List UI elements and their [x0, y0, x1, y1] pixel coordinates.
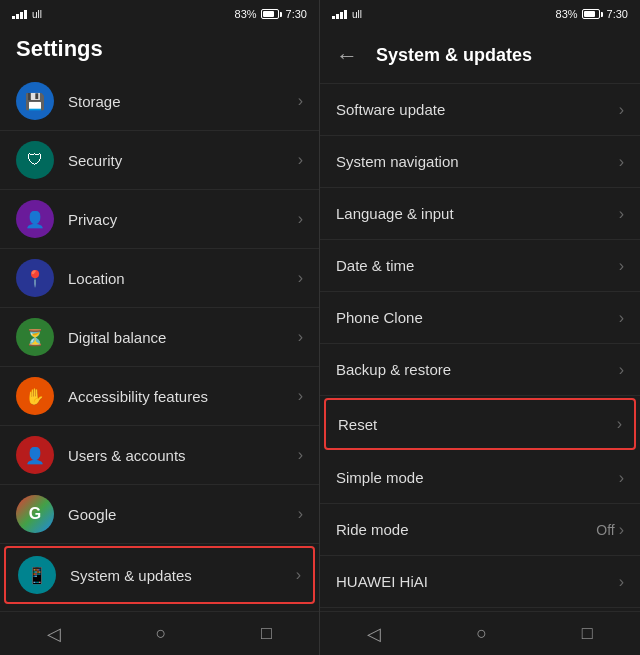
- settings-title: Settings: [0, 28, 319, 72]
- software-update-label: Software update: [336, 101, 619, 118]
- menu-item-location[interactable]: 📍 Location ›: [0, 249, 319, 308]
- settings-date-time[interactable]: Date & time ›: [320, 240, 640, 292]
- location-label: Location: [68, 270, 298, 287]
- accessibility-arrow: ›: [298, 387, 303, 405]
- storage-label: Storage: [68, 93, 298, 110]
- right-back-button[interactable]: ←: [328, 39, 366, 73]
- left-battery-icon: [261, 9, 282, 19]
- right-time: 7:30: [607, 8, 628, 20]
- right-status-right: 83% 7:30: [556, 8, 628, 20]
- system-updates-label: System & updates: [70, 567, 296, 584]
- left-status-bar: ull 83% 7:30: [0, 0, 319, 28]
- settings-simple-mode[interactable]: Simple mode ›: [320, 452, 640, 504]
- system-updates-icon: 📱: [18, 556, 56, 594]
- settings-language-input[interactable]: Language & input ›: [320, 188, 640, 240]
- security-label: Security: [68, 152, 298, 169]
- system-navigation-arrow: ›: [619, 153, 624, 171]
- settings-software-update[interactable]: Software update ›: [320, 84, 640, 136]
- right-signal: ull: [332, 9, 362, 20]
- left-signal: ull: [12, 9, 42, 20]
- backup-restore-label: Backup & restore: [336, 361, 619, 378]
- reset-label: Reset: [338, 416, 617, 433]
- right-home-nav-btn[interactable]: ○: [456, 615, 507, 652]
- left-battery-pct: 83%: [235, 8, 257, 20]
- right-battery-icon: [582, 9, 603, 19]
- users-label: Users & accounts: [68, 447, 298, 464]
- settings-reset[interactable]: Reset ›: [324, 398, 636, 450]
- settings-ride-mode[interactable]: Ride mode Off ›: [320, 504, 640, 556]
- reset-arrow: ›: [617, 415, 622, 433]
- phone-clone-arrow: ›: [619, 309, 624, 327]
- menu-item-digital-balance[interactable]: ⏳ Digital balance ›: [0, 308, 319, 367]
- storage-icon: 💾: [16, 82, 54, 120]
- security-icon: 🛡: [16, 141, 54, 179]
- location-arrow: ›: [298, 269, 303, 287]
- right-back-nav-btn[interactable]: ◁: [347, 615, 401, 653]
- menu-item-storage[interactable]: 💾 Storage ›: [0, 72, 319, 131]
- left-panel: ull 83% 7:30 Settings 💾 Storage ›: [0, 0, 320, 655]
- software-update-arrow: ›: [619, 101, 624, 119]
- right-panel-title: System & updates: [376, 45, 532, 66]
- users-arrow: ›: [298, 446, 303, 464]
- accessibility-icon: ✋: [16, 377, 54, 415]
- google-icon: G: [16, 495, 54, 533]
- system-navigation-label: System navigation: [336, 153, 619, 170]
- menu-item-accessibility[interactable]: ✋ Accessibility features ›: [0, 367, 319, 426]
- left-time: 7:30: [286, 8, 307, 20]
- simple-mode-label: Simple mode: [336, 469, 619, 486]
- phone-clone-label: Phone Clone: [336, 309, 619, 326]
- digital-balance-label: Digital balance: [68, 329, 298, 346]
- left-back-btn[interactable]: ◁: [27, 615, 81, 653]
- language-input-label: Language & input: [336, 205, 619, 222]
- privacy-icon: 👤: [16, 200, 54, 238]
- left-nav-bar: ◁ ○ □: [0, 611, 319, 655]
- settings-huawei-hiai[interactable]: HUAWEI HiAI ›: [320, 556, 640, 608]
- signal-icon: [12, 10, 27, 19]
- location-icon: 📍: [16, 259, 54, 297]
- users-icon: 👤: [16, 436, 54, 474]
- huawei-hiai-label: HUAWEI HiAI: [336, 573, 619, 590]
- menu-item-users[interactable]: 👤 Users & accounts ›: [0, 426, 319, 485]
- simple-mode-arrow: ›: [619, 469, 624, 487]
- google-label: Google: [68, 506, 298, 523]
- storage-arrow: ›: [298, 92, 303, 110]
- settings-system-navigation[interactable]: System navigation ›: [320, 136, 640, 188]
- right-header: ← System & updates: [320, 28, 640, 84]
- right-signal-icon: [332, 10, 347, 19]
- google-arrow: ›: [298, 505, 303, 523]
- left-status-right: 83% 7:30: [235, 8, 307, 20]
- right-recent-nav-btn[interactable]: □: [562, 615, 613, 652]
- security-arrow: ›: [298, 151, 303, 169]
- language-input-arrow: ›: [619, 205, 624, 223]
- ride-mode-arrow: ›: [619, 521, 624, 539]
- menu-item-about-phone[interactable]: 📋 About phone ›: [0, 606, 319, 611]
- menu-item-privacy[interactable]: 👤 Privacy ›: [0, 190, 319, 249]
- accessibility-label: Accessibility features: [68, 388, 298, 405]
- right-carrier-icon: ull: [352, 9, 362, 20]
- privacy-label: Privacy: [68, 211, 298, 228]
- right-battery-pct: 83%: [556, 8, 578, 20]
- menu-item-security[interactable]: 🛡 Security ›: [0, 131, 319, 190]
- right-status-bar: ull 83% 7:30: [320, 0, 640, 28]
- date-time-label: Date & time: [336, 257, 619, 274]
- ride-mode-label: Ride mode: [336, 521, 596, 538]
- system-settings-list: Software update › System navigation › La…: [320, 84, 640, 611]
- settings-menu-list: 💾 Storage › 🛡 Security › 👤 Privacy › 📍: [0, 72, 319, 611]
- right-panel: ull 83% 7:30 ← System & updates Software…: [320, 0, 640, 655]
- digital-balance-arrow: ›: [298, 328, 303, 346]
- backup-restore-arrow: ›: [619, 361, 624, 379]
- digital-balance-icon: ⏳: [16, 318, 54, 356]
- huawei-hiai-arrow: ›: [619, 573, 624, 591]
- settings-backup-restore[interactable]: Backup & restore ›: [320, 344, 640, 396]
- menu-item-google[interactable]: G Google ›: [0, 485, 319, 544]
- privacy-arrow: ›: [298, 210, 303, 228]
- settings-phone-clone[interactable]: Phone Clone ›: [320, 292, 640, 344]
- left-carrier-icon: ull: [32, 9, 42, 20]
- left-home-btn[interactable]: ○: [136, 615, 187, 652]
- ride-mode-value: Off: [596, 522, 614, 538]
- menu-item-system-updates[interactable]: 📱 System & updates ›: [4, 546, 315, 604]
- left-recent-btn[interactable]: □: [241, 615, 292, 652]
- right-nav-bar: ◁ ○ □: [320, 611, 640, 655]
- system-updates-arrow: ›: [296, 566, 301, 584]
- date-time-arrow: ›: [619, 257, 624, 275]
